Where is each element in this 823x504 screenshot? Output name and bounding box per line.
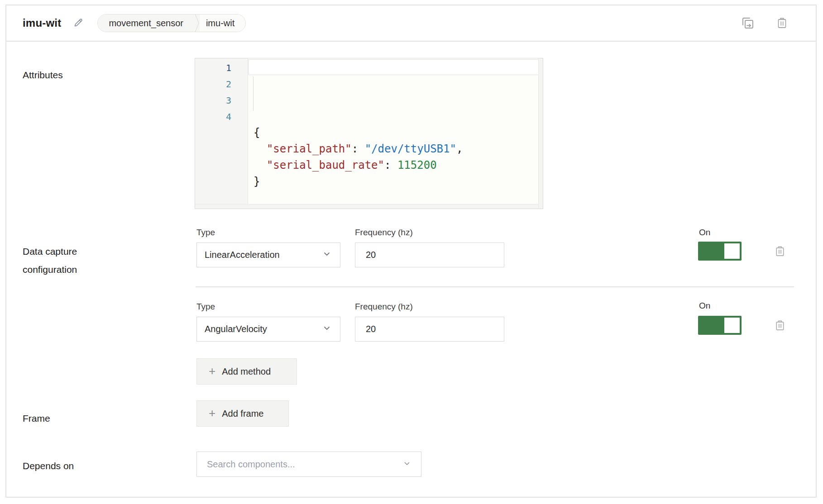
rename-button[interactable] <box>73 17 84 29</box>
depends-on-label: Depends on <box>23 457 74 475</box>
on-label-2: On <box>699 301 710 311</box>
component-title: imu-wit <box>23 17 61 29</box>
active-line-highlight <box>248 59 539 75</box>
delete-component-button[interactable] <box>776 17 788 30</box>
duplicate-button[interactable] <box>741 16 755 31</box>
capture-type-value-1: LinearAcceleration <box>205 250 280 260</box>
attributes-editor-lines[interactable]: { "serial_path": "/dev/ttyUSB1", "serial… <box>248 58 543 209</box>
delete-method-button-2[interactable] <box>775 319 785 333</box>
chevron-down-icon <box>322 323 332 335</box>
depends-on-placeholder: Search components... <box>207 459 295 470</box>
component-card: imu-wit movement_sensor imu-wit <box>5 5 817 498</box>
breadcrumb-current: imu-wit <box>200 14 245 32</box>
chevron-down-icon <box>322 249 332 261</box>
type-label-2: Type <box>196 302 215 312</box>
attributes-label: Attributes <box>23 66 63 84</box>
attributes-json-editor[interactable]: 1234 { "serial_path": "/dev/ttyUSB1", "s… <box>195 58 543 209</box>
plus-icon: + <box>209 365 215 377</box>
delete-method-button-1[interactable] <box>775 245 785 258</box>
frequency-label-2: Frequency (hz) <box>355 302 413 312</box>
capture-toggle-2[interactable] <box>698 316 742 335</box>
method-row-divider <box>196 286 794 287</box>
frame-label: Frame <box>23 409 50 428</box>
header-actions <box>741 5 788 42</box>
data-capture-label: Data capture configuration <box>23 242 77 279</box>
plus-icon: + <box>209 407 215 419</box>
trash-icon <box>775 326 785 333</box>
indent-guide <box>253 76 254 111</box>
capture-type-select-1[interactable]: LinearAcceleration <box>196 242 340 267</box>
trash-icon <box>775 252 785 258</box>
attributes-editor-gutter: 1234 <box>195 58 248 209</box>
frequency-input-1[interactable] <box>355 242 504 267</box>
trash-icon <box>776 17 788 30</box>
pencil-icon <box>73 17 84 29</box>
editor-horizontal-scrollbar[interactable] <box>195 204 538 209</box>
depends-on-select[interactable]: Search components... <box>196 452 421 477</box>
toggle-knob <box>724 243 740 259</box>
capture-toggle-1[interactable] <box>698 242 742 261</box>
frequency-label-1: Frequency (hz) <box>355 228 413 238</box>
add-method-button[interactable]: + Add method <box>196 358 297 385</box>
capture-type-value-2: AngularVelocity <box>205 324 267 334</box>
breadcrumb-separator-icon <box>192 14 200 32</box>
duplicate-icon <box>741 16 755 31</box>
on-label-1: On <box>699 228 710 238</box>
breadcrumb: movement_sensor imu-wit <box>97 14 246 32</box>
type-label-1: Type <box>196 228 215 238</box>
breadcrumb-parent: movement_sensor <box>98 14 192 32</box>
component-header: imu-wit movement_sensor imu-wit <box>6 5 816 42</box>
toggle-knob <box>724 318 740 333</box>
capture-type-select-2[interactable]: AngularVelocity <box>196 317 340 342</box>
chevron-down-icon <box>402 458 412 470</box>
add-frame-button[interactable]: + Add frame <box>196 400 289 427</box>
frequency-input-2[interactable] <box>355 317 504 342</box>
editor-vertical-scrollbar[interactable] <box>538 58 543 209</box>
